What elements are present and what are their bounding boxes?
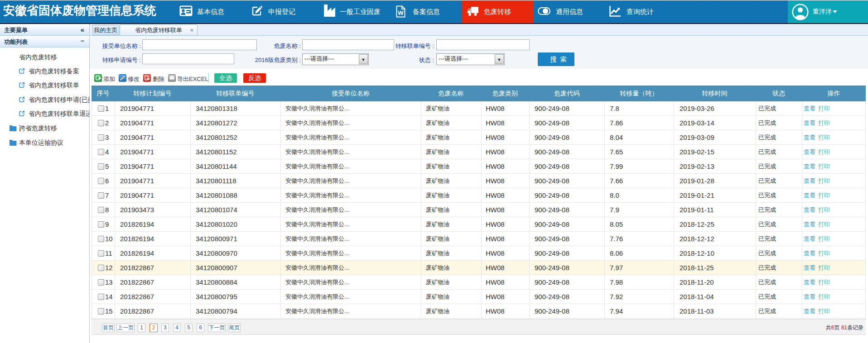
svg-text:W: W (398, 10, 404, 16)
